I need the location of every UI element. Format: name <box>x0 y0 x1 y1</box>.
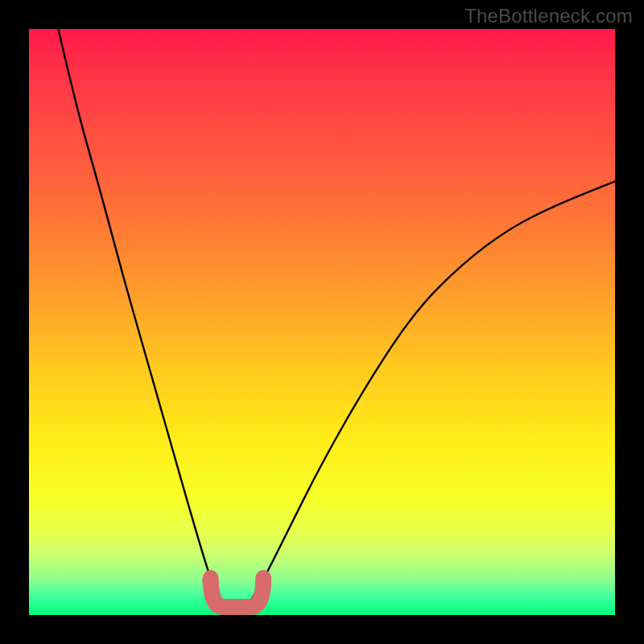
min-highlight <box>211 578 264 607</box>
curve-svg <box>29 29 615 615</box>
plot-area <box>29 29 615 615</box>
chart-frame: TheBottleneck.com <box>0 0 644 644</box>
min-dot <box>202 576 213 587</box>
watermark-text: TheBottleneck.com <box>464 5 633 27</box>
bottleneck-curve <box>58 29 615 613</box>
